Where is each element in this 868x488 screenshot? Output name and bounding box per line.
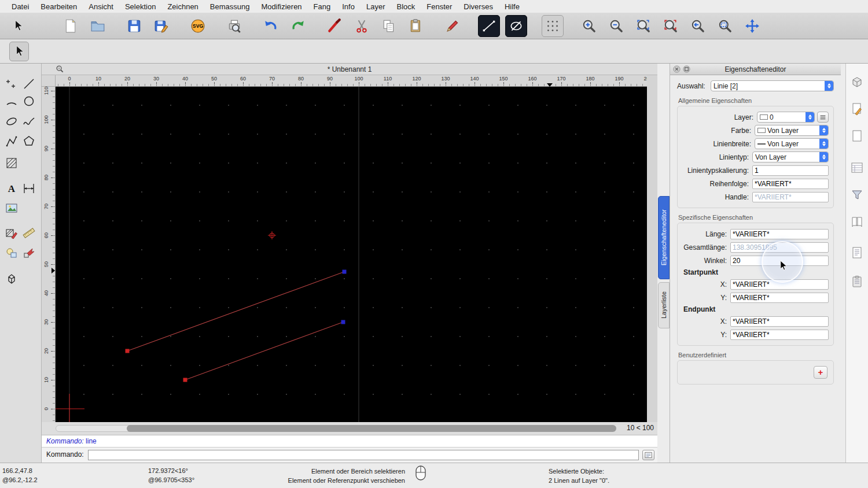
horizontal-ruler: 0102030405060708090100110120130140150160… bbox=[56, 75, 647, 87]
horizontal-scrollbar-thumb[interactable] bbox=[127, 425, 616, 432]
grid-toggle-button[interactable] bbox=[542, 15, 564, 37]
open-file-button[interactable] bbox=[87, 15, 109, 37]
measure-tools-button[interactable] bbox=[20, 224, 38, 242]
ellipse-tools-button[interactable] bbox=[3, 113, 20, 130]
tab-property-editor[interactable]: Eigenschafteneditor bbox=[658, 196, 670, 279]
selection-pointer-button[interactable] bbox=[9, 42, 29, 61]
add-custom-property-button[interactable]: + bbox=[814, 366, 827, 379]
dimension-tools-button[interactable] bbox=[20, 180, 38, 197]
solid-tools-button[interactable] bbox=[3, 270, 20, 287]
pattern-tools-button[interactable] bbox=[3, 224, 20, 242]
svg-text:A: A bbox=[8, 183, 16, 194]
stepper-icon bbox=[825, 81, 833, 91]
menu-item-fang[interactable]: Fang bbox=[308, 2, 337, 11]
canvas-svg bbox=[56, 87, 647, 422]
end-y-input[interactable] bbox=[730, 330, 829, 340]
draw-order-input[interactable] bbox=[752, 179, 829, 189]
polyline-tools-button[interactable] bbox=[3, 133, 20, 150]
horizontal-scrollbar-track[interactable] bbox=[56, 425, 615, 432]
menu-item-hilfe[interactable]: Hilfe bbox=[499, 2, 525, 11]
menu-item-block[interactable]: Block bbox=[391, 2, 421, 11]
menu-item-ansicht[interactable]: Ansicht bbox=[83, 2, 119, 11]
linetype-scale-input[interactable] bbox=[752, 165, 829, 176]
panel-close-icon[interactable] bbox=[673, 65, 681, 73]
svg-export-button[interactable]: SVG bbox=[187, 15, 209, 37]
layer-combo[interactable]: 0 bbox=[757, 112, 815, 123]
polygon-tools-button[interactable] bbox=[20, 133, 38, 150]
left-click-hint: Element oder Bereich selektieren bbox=[231, 467, 405, 476]
property-pen-button[interactable] bbox=[442, 15, 464, 37]
h-ruler-tick: 140 bbox=[470, 76, 479, 82]
paste-button[interactable] bbox=[405, 15, 427, 37]
new-file-button[interactable] bbox=[60, 15, 82, 37]
selection-combo[interactable]: Linie [2] bbox=[711, 80, 834, 91]
save-as-button[interactable] bbox=[150, 15, 172, 37]
menu-item-zeichnen[interactable]: Zeichnen bbox=[161, 2, 204, 11]
linetype-combo[interactable]: Von Layer bbox=[752, 151, 829, 162]
menu-item-bemassung[interactable]: Bemassung bbox=[204, 2, 256, 11]
hatch-tools-button[interactable] bbox=[3, 154, 20, 172]
layer-label: Layer: bbox=[682, 113, 755, 121]
menu-item-info[interactable]: Info bbox=[336, 2, 361, 11]
cut-button[interactable] bbox=[351, 15, 373, 37]
menu-item-datei[interactable]: Datei bbox=[6, 2, 35, 11]
menu-item-selektion[interactable]: Selektion bbox=[119, 2, 161, 11]
spline-tools-button[interactable] bbox=[20, 113, 38, 130]
h-ruler-tick: 120 bbox=[412, 76, 421, 82]
pan-button[interactable] bbox=[741, 15, 763, 37]
annotation-panel-button[interactable] bbox=[848, 100, 866, 117]
mouse-cursor-icon bbox=[777, 260, 789, 274]
line-tool-button[interactable] bbox=[478, 15, 500, 37]
end-x-input[interactable] bbox=[730, 316, 829, 327]
zoom-selection-button[interactable] bbox=[660, 15, 682, 37]
drawing-canvas[interactable] bbox=[56, 87, 647, 422]
command-options-button[interactable] bbox=[642, 450, 654, 460]
menu-item-modifizieren[interactable]: Modifizieren bbox=[256, 2, 308, 11]
zoom-in-button[interactable] bbox=[578, 15, 600, 37]
redo-button[interactable] bbox=[287, 15, 309, 37]
length-input[interactable] bbox=[730, 229, 829, 239]
save-button[interactable] bbox=[123, 15, 145, 37]
v-ruler-tick: 110 bbox=[43, 87, 49, 95]
panel-float-icon[interactable] bbox=[683, 65, 690, 73]
arc-tools-button[interactable] bbox=[3, 93, 20, 110]
clipboard-panel-button[interactable] bbox=[848, 273, 866, 290]
zoom-window-button[interactable] bbox=[714, 15, 736, 37]
copy-button[interactable] bbox=[378, 15, 400, 37]
selection-filter-panel-button[interactable] bbox=[848, 186, 866, 204]
shape-tools-button[interactable] bbox=[3, 245, 20, 262]
h-ruler-tick: 30 bbox=[153, 76, 159, 82]
menu-item-diverses[interactable]: Diverses bbox=[458, 2, 499, 11]
sheet-panel-button[interactable] bbox=[848, 127, 866, 145]
undo-button[interactable] bbox=[260, 15, 282, 37]
menu-item-bearbeiten[interactable]: Bearbeiten bbox=[35, 2, 83, 11]
menu-item-fenster[interactable]: Fenster bbox=[421, 2, 458, 11]
zoom-previous-button[interactable] bbox=[687, 15, 709, 37]
auto-zoom-button[interactable] bbox=[632, 15, 654, 37]
selection-count-value: 2 Linen auf Layer "0". bbox=[549, 476, 609, 485]
property-list-panel-button[interactable] bbox=[848, 159, 866, 176]
circle-tools-button[interactable] bbox=[20, 93, 38, 110]
properties-panel-title: Eigenschafteneditor bbox=[670, 65, 841, 73]
modify-tools-button[interactable] bbox=[20, 245, 38, 262]
lineweight-combo[interactable]: Von Layer bbox=[755, 138, 829, 149]
ellipse-tool-button[interactable] bbox=[505, 15, 527, 37]
command-history-panel-button[interactable] bbox=[848, 244, 866, 261]
zoom-out-button[interactable] bbox=[605, 15, 627, 37]
viewports-panel-button[interactable] bbox=[848, 73, 866, 91]
v-ruler-tick: 30 bbox=[43, 319, 49, 325]
line-tools-button[interactable] bbox=[20, 75, 38, 93]
print-preview-button[interactable] bbox=[223, 15, 245, 37]
layer-menu-button[interactable] bbox=[817, 112, 829, 123]
start-y-input[interactable] bbox=[730, 293, 829, 303]
delete-button[interactable] bbox=[323, 15, 345, 37]
image-tool-button[interactable] bbox=[3, 199, 20, 217]
text-tool-button[interactable]: A bbox=[3, 180, 20, 197]
color-combo[interactable]: Von Layer bbox=[755, 125, 829, 136]
command-input[interactable] bbox=[88, 450, 639, 460]
point-tools-button[interactable] bbox=[3, 75, 20, 93]
menu-item-layer[interactable]: Layer bbox=[361, 2, 391, 11]
selection-tool-button[interactable] bbox=[7, 15, 29, 37]
library-browser-panel-button[interactable] bbox=[848, 213, 866, 230]
tab-layer-list[interactable]: Layerliste bbox=[658, 282, 670, 328]
